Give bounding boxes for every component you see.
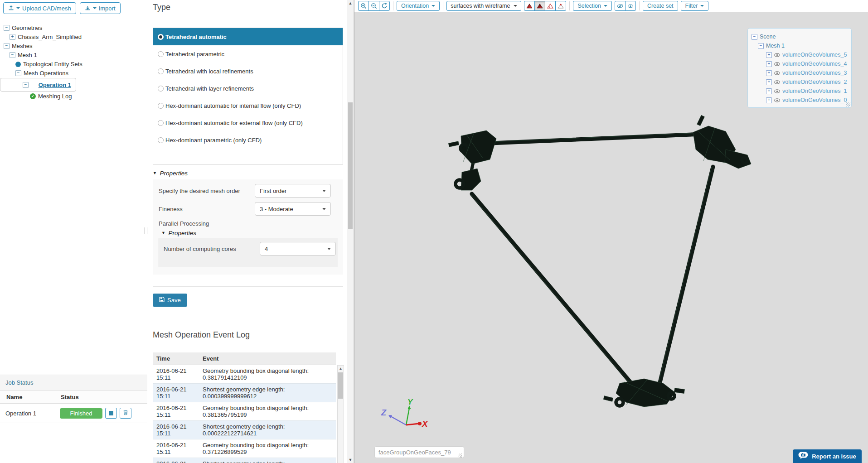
import-button[interactable]: Import — [80, 2, 121, 14]
tree-plus-icon[interactable]: + — [766, 97, 772, 103]
input-resize-handle[interactable] — [458, 453, 462, 458]
tree-item-topological-entity-sets[interactable]: Topological Entity Sets — [0, 60, 147, 68]
delete-job-button[interactable] — [120, 408, 131, 419]
mesh-type-option-hex-dominant-parametric-only-cfd[interactable]: Hex-dominant parametric (only CFD) — [153, 131, 343, 149]
volume-label[interactable]: volumeOnGeoVolumes_2 — [782, 79, 847, 85]
mesh-type-option-tetrahedral-with-layer-refinements[interactable]: Tetrahedral with layer refinements — [153, 80, 343, 97]
settings-panel-scrollbar[interactable]: ▲ ▼ — [347, 0, 354, 463]
project-tree: −Geometries+Chassis_Arm_Simplified−Meshe… — [0, 24, 147, 101]
tree-minus-icon[interactable]: − — [758, 43, 764, 49]
save-button[interactable]: Save — [153, 294, 187, 307]
zoom-out-button[interactable] — [369, 1, 379, 11]
scroll-down-icon[interactable]: ▼ — [347, 458, 354, 462]
orientation-button[interactable]: Orientation — [397, 1, 440, 11]
render-wireframe-button[interactable] — [545, 1, 556, 11]
mesh-order-select[interactable]: First order — [255, 184, 331, 198]
tree-plus-icon[interactable]: + — [10, 34, 15, 40]
scrollbar-thumb[interactable] — [338, 372, 343, 399]
face-group-input[interactable] — [374, 446, 464, 458]
properties-group: Specify the desired mesh order First ord… — [153, 179, 343, 275]
tree-item-meshing-log[interactable]: ✓Meshing Log — [0, 92, 147, 101]
mesh-type-option-tetrahedral-automatic[interactable]: Tetrahedral automatic — [153, 28, 343, 45]
tree-minus-icon[interactable]: − — [4, 25, 10, 31]
tree-item-label[interactable]: Topological Entity Sets — [23, 61, 82, 68]
tree-plus-icon[interactable]: + — [766, 61, 772, 67]
scroll-up-icon[interactable]: ▲ — [347, 1, 354, 5]
computing-cores-select[interactable]: 4 — [260, 242, 336, 256]
refresh-view-button[interactable] — [379, 1, 390, 11]
scene-volume-item[interactable]: +volumeOnGeoVolumes_1 — [748, 87, 851, 96]
tree-plus-icon[interactable]: + — [766, 88, 772, 94]
scene-root-item[interactable]: − Scene — [748, 32, 851, 41]
show-all-button[interactable] — [625, 1, 636, 11]
tree-item-chassis-arm-simplified[interactable]: +Chassis_Arm_Simplified — [0, 33, 147, 41]
tree-item-mesh-operations[interactable]: −Mesh Operations — [0, 69, 147, 77]
scene-mesh-item[interactable]: − Mesh 1 — [748, 41, 851, 50]
tree-item-label[interactable]: Mesh 1 — [18, 52, 37, 58]
zoom-in-button[interactable] — [358, 1, 369, 11]
scene-volume-item[interactable]: +volumeOnGeoVolumes_3 — [748, 68, 851, 77]
event-log-row: 2016-06-21 15:11Geometry bounding box di… — [153, 439, 336, 458]
tree-minus-icon[interactable]: − — [15, 70, 21, 76]
hide-selected-button[interactable] — [615, 1, 626, 11]
tree-minus-icon[interactable]: − — [23, 82, 29, 88]
fineness-select[interactable]: 3 - Moderate — [255, 202, 331, 216]
tree-plus-icon[interactable]: + — [766, 70, 772, 76]
visibility-eye-icon[interactable] — [774, 80, 780, 84]
volume-label[interactable]: volumeOnGeoVolumes_0 — [782, 97, 847, 103]
filter-label: Filter — [685, 3, 698, 9]
visibility-eye-icon[interactable] — [774, 53, 780, 57]
properties-header[interactable]: ▼ Properties — [153, 170, 347, 177]
report-issue-button[interactable]: Report an issue — [793, 449, 862, 463]
volume-label[interactable]: volumeOnGeoVolumes_1 — [782, 88, 847, 94]
scroll-up-icon[interactable]: ▲ — [338, 366, 344, 371]
nested-properties-header[interactable]: ▼ Properties — [161, 230, 338, 236]
tree-plus-icon[interactable]: + — [766, 52, 772, 58]
3d-canvas[interactable]: − Scene − Mesh 1 +volumeOnGeoVolumes_5+v… — [354, 12, 868, 463]
scrollbar-thumb[interactable] — [348, 102, 353, 229]
tree-item-label[interactable]: Meshes — [12, 43, 33, 49]
mesh-type-option-tetrahedral-parametric[interactable]: Tetrahedral parametric — [153, 45, 343, 63]
tree-item-label[interactable]: Mesh Operations — [24, 70, 68, 77]
tree-item-meshes[interactable]: −Meshes — [0, 42, 147, 50]
render-mode-select[interactable]: surfaces with wireframe — [446, 1, 521, 11]
upload-cad-button[interactable]: Upload CAD/mesh — [3, 2, 76, 14]
panel-resize-grip[interactable] — [145, 227, 147, 234]
scene-volume-item[interactable]: +volumeOnGeoVolumes_5 — [748, 50, 851, 59]
volume-label[interactable]: volumeOnGeoVolumes_4 — [782, 61, 847, 67]
visibility-eye-icon[interactable] — [774, 98, 780, 102]
event-log-scrollbar[interactable]: ▲ — [337, 365, 344, 463]
mesh-type-option-hex-dominant-automatic-for-internal-flow-only-cfd[interactable]: Hex-dominant automatic for internal flow… — [153, 97, 343, 114]
tree-minus-icon[interactable]: − — [752, 34, 757, 40]
render-points-button[interactable] — [555, 1, 566, 11]
selection-button[interactable]: Selection — [573, 1, 611, 11]
tree-item-label[interactable]: Meshing Log — [38, 93, 72, 100]
tree-plus-icon[interactable]: + — [766, 79, 772, 85]
scene-volume-item[interactable]: +volumeOnGeoVolumes_4 — [748, 59, 851, 68]
volume-label[interactable]: volumeOnGeoVolumes_3 — [782, 70, 847, 76]
render-surfaces-button[interactable] — [524, 1, 535, 11]
visibility-eye-icon[interactable] — [774, 62, 780, 66]
filter-button[interactable]: Filter — [681, 1, 709, 11]
tree-item-label[interactable]: Chassis_Arm_Simplified — [18, 34, 82, 40]
visibility-eye-icon[interactable] — [774, 71, 780, 75]
overlay-resize-handle[interactable] — [846, 102, 850, 106]
tree-item-operation-1[interactable]: −Operation 1 — [0, 78, 76, 92]
scene-volume-item[interactable]: +volumeOnGeoVolumes_2 — [748, 77, 851, 87]
tree-minus-icon[interactable]: − — [10, 52, 15, 58]
tree-item-mesh-1[interactable]: −Mesh 1 — [0, 51, 147, 59]
mesh-type-option-tetrahedral-with-local-refinements[interactable]: Tetrahedral with local refinements — [153, 63, 343, 80]
tree-minus-icon[interactable]: − — [4, 43, 10, 49]
tree-item-geometries[interactable]: −Geometries — [0, 24, 147, 32]
tree-item-label[interactable]: Geometries — [12, 24, 42, 31]
tree-item-label[interactable]: Operation 1 — [39, 82, 71, 88]
scene-mesh-label[interactable]: Mesh 1 — [766, 43, 785, 49]
scene-volume-item[interactable]: +volumeOnGeoVolumes_0 — [748, 96, 851, 105]
scene-root-label[interactable]: Scene — [760, 34, 776, 40]
create-set-button[interactable]: Create set — [643, 1, 678, 11]
render-surfaces-wireframe-button[interactable] — [534, 1, 545, 11]
volume-label[interactable]: volumeOnGeoVolumes_5 — [782, 52, 847, 58]
visibility-eye-icon[interactable] — [774, 89, 780, 93]
mesh-type-option-hex-dominant-automatic-for-external-flow-only-cfd[interactable]: Hex-dominant automatic for external flow… — [153, 114, 343, 131]
stop-job-button[interactable] — [105, 408, 117, 419]
